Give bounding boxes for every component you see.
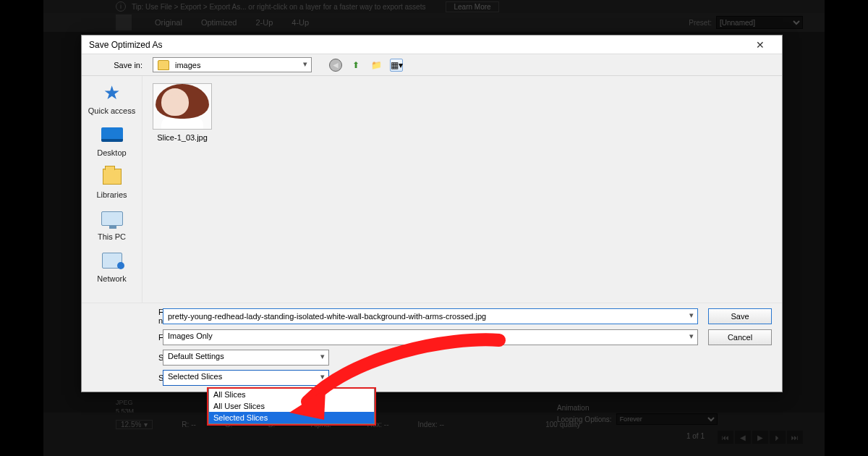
- slices-dropdown-list[interactable]: All Slices All User Slices Selected Slic…: [208, 389, 375, 424]
- save-in-label: Save in:: [90, 61, 142, 69]
- filename-label: File name:: [92, 308, 158, 325]
- desktop-icon: [101, 127, 123, 142]
- prev-frame-button[interactable]: ◀: [735, 431, 751, 444]
- filename-input[interactable]: [163, 308, 698, 324]
- tool-icon[interactable]: [116, 14, 132, 30]
- learn-more-button[interactable]: Learn More: [446, 1, 498, 12]
- first-frame-button[interactable]: ⏮: [718, 431, 733, 444]
- file-thumbnail[interactable]: Slice-1_03.jpg: [151, 83, 213, 142]
- tab-4up[interactable]: 4-Up: [292, 18, 309, 27]
- place-quick-access[interactable]: ★ Quick access: [82, 82, 142, 115]
- new-folder-icon[interactable]: 📁: [370, 59, 383, 72]
- zoom-control[interactable]: 12.5% ▾: [116, 420, 153, 429]
- place-network[interactable]: Network: [82, 250, 142, 283]
- format-label: Format:: [92, 333, 158, 342]
- libraries-icon: [103, 169, 122, 185]
- thumbnail-label: Slice-1_03.jpg: [157, 133, 208, 142]
- view-menu-icon[interactable]: ▦▾: [390, 59, 403, 72]
- dialog-toolbar: Save in: images ◄ ⬆ 📁 ▦▾: [82, 54, 782, 76]
- dialog-body: ★ Quick access Desktop Libraries This PC…: [82, 76, 782, 303]
- places-sidebar: ★ Quick access Desktop Libraries This PC…: [82, 76, 142, 303]
- animation-title: Animation: [557, 404, 803, 412]
- settings-select[interactable]: Default Settings: [163, 350, 329, 366]
- tab-original[interactable]: Original: [155, 18, 182, 27]
- settings-label: Settings:: [92, 353, 158, 362]
- preset-group: Preset: [Unnamed]: [689, 16, 803, 29]
- save-in-select[interactable]: images: [153, 57, 312, 72]
- preset-select[interactable]: [Unnamed]: [716, 16, 803, 29]
- looping-label: Looping Options:: [557, 415, 612, 423]
- status-index: Index: --: [418, 421, 445, 428]
- slices-select[interactable]: Selected Slices: [163, 370, 329, 386]
- cancel-button[interactable]: Cancel: [708, 329, 772, 345]
- toolbar-icons: ◄ ⬆ 📁 ▦▾: [329, 59, 403, 72]
- folder-icon: [158, 60, 169, 70]
- next-frame-button[interactable]: ⏵: [770, 431, 786, 444]
- place-libraries[interactable]: Libraries: [82, 166, 142, 199]
- back-icon[interactable]: ◄: [329, 59, 342, 72]
- slices-option-all-user[interactable]: All User Slices: [209, 400, 374, 412]
- tip-bar: i Tip: Use File > Export > Export As... …: [43, 0, 825, 13]
- thumbnail-image: [153, 83, 212, 130]
- save-optimized-as-dialog: Save Optimized As ✕ Save in: images ◄ ⬆ …: [81, 35, 783, 392]
- up-folder-icon[interactable]: ⬆: [349, 59, 362, 72]
- format-select[interactable]: Images Only: [163, 329, 698, 345]
- tab-optimized[interactable]: Optimized: [201, 18, 237, 27]
- dialog-title: Save Optimized As: [89, 40, 162, 50]
- looping-select[interactable]: Forever: [616, 413, 718, 425]
- this-pc-icon: [101, 211, 123, 226]
- dialog-bottom: File name: Save Format: Images Only Canc…: [82, 303, 782, 392]
- preset-label: Preset:: [689, 19, 712, 27]
- tip-text: Tip: Use File > Export > Export As... or…: [132, 3, 425, 11]
- tip-icon: i: [116, 1, 126, 12]
- close-button[interactable]: ✕: [746, 36, 775, 54]
- play-button[interactable]: ▶: [752, 431, 768, 444]
- save-button[interactable]: Save: [708, 308, 772, 324]
- animation-panel: Animation Looping Options: Forever 1 of …: [557, 404, 803, 447]
- status-r: R: --: [182, 421, 195, 428]
- dialog-titlebar: Save Optimized As ✕: [82, 35, 782, 54]
- slices-label: Slices:: [92, 373, 158, 382]
- animation-navigation: ⏮ ◀ ▶ ⏵ ⏭: [718, 431, 803, 444]
- network-icon: [102, 253, 122, 269]
- file-list-area[interactable]: Slice-1_03.jpg: [142, 76, 782, 303]
- preview-tabs: Original Optimized 2-Up 4-Up Preset: [Un…: [43, 13, 825, 32]
- place-desktop[interactable]: Desktop: [82, 124, 142, 157]
- slices-option-all[interactable]: All Slices: [209, 389, 374, 400]
- slices-option-selected[interactable]: Selected Slices: [209, 412, 374, 423]
- tab-2up[interactable]: 2-Up: [255, 18, 273, 27]
- close-icon: ✕: [756, 39, 765, 51]
- last-frame-button[interactable]: ⏭: [787, 431, 803, 444]
- place-this-pc[interactable]: This PC: [82, 208, 142, 241]
- quick-access-icon: ★: [103, 82, 120, 104]
- frame-indicator: 1 of 1: [686, 432, 705, 440]
